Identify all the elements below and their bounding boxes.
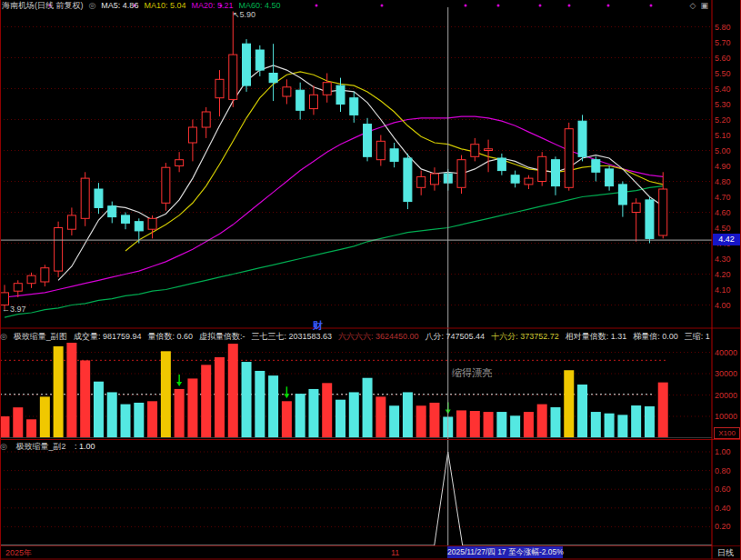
volume-bar[interactable] — [456, 410, 466, 437]
volume-bar[interactable] — [389, 405, 399, 437]
volume-bar[interactable] — [591, 412, 601, 437]
volume-bar[interactable] — [403, 392, 413, 437]
candlestick[interactable] — [108, 206, 116, 217]
volume-bar[interactable] — [295, 394, 305, 437]
axis-year-label[interactable]: 2025年 — [5, 547, 32, 558]
candlestick[interactable] — [95, 189, 103, 207]
candlestick[interactable] — [148, 218, 156, 229]
candlestick[interactable] — [55, 228, 63, 272]
volume-bar[interactable] — [510, 415, 520, 437]
candlestick[interactable] — [296, 90, 305, 110]
candlestick[interactable] — [578, 121, 586, 156]
volume-bar[interactable] — [631, 405, 641, 437]
indicator-settings-icon[interactable]: ◎ — [89, 0, 96, 11]
candlestick[interactable] — [606, 169, 614, 186]
volume-bar[interactable] — [66, 343, 76, 438]
candlestick[interactable] — [162, 167, 170, 203]
candlestick[interactable] — [417, 176, 426, 187]
axis-month-label[interactable]: 11 — [391, 547, 399, 558]
volume-bar[interactable] — [54, 346, 64, 438]
candlestick[interactable] — [336, 85, 345, 104]
period-label[interactable]: 日线 — [717, 547, 734, 558]
volume-bar[interactable] — [322, 383, 332, 437]
candlestick[interactable] — [457, 160, 466, 188]
candlestick[interactable] — [255, 50, 264, 70]
volume-bar[interactable] — [0, 416, 10, 438]
indicator-settings-icon[interactable]: ◎ — [0, 332, 7, 341]
candlestick[interactable] — [376, 141, 385, 159]
candlestick[interactable] — [1, 293, 9, 305]
candlestick[interactable] — [243, 44, 251, 85]
candlestick[interactable] — [592, 160, 600, 173]
volume-bar[interactable] — [40, 396, 50, 437]
candlestick[interactable] — [497, 158, 506, 171]
candlestick[interactable] — [471, 145, 479, 157]
candlestick[interactable] — [309, 95, 317, 108]
volume-bar[interactable] — [524, 412, 534, 437]
volume-bar[interactable] — [282, 401, 292, 437]
diamond-icon[interactable]: ◇ — [690, 0, 696, 11]
candlestick[interactable] — [364, 125, 372, 157]
candlestick[interactable] — [390, 149, 398, 162]
volume-bar[interactable] — [484, 412, 494, 437]
indicator-settings-icon[interactable]: ◎ — [0, 442, 7, 451]
volume-bar[interactable] — [416, 405, 426, 437]
volume-bar[interactable] — [147, 401, 157, 437]
candlestick[interactable] — [485, 149, 493, 151]
volume-bar[interactable] — [550, 407, 560, 437]
volume-bar[interactable] — [658, 383, 668, 438]
volume-bar[interactable] — [187, 378, 197, 437]
candlestick[interactable] — [229, 55, 237, 99]
volume-bar[interactable] — [26, 419, 36, 437]
candlestick[interactable] — [215, 79, 224, 97]
maximize-icon[interactable]: ▣ — [700, 0, 708, 11]
volume-bar[interactable] — [605, 414, 615, 438]
volume-bar[interactable] — [13, 407, 23, 437]
candlestick[interactable] — [565, 129, 573, 188]
candlestick[interactable] — [404, 158, 412, 202]
volume-bar[interactable] — [496, 412, 506, 437]
candlestick[interactable] — [430, 174, 438, 185]
candlestick[interactable] — [14, 284, 22, 292]
candlestick[interactable] — [323, 83, 331, 95]
candlestick[interactable] — [67, 215, 75, 229]
volume-bar[interactable] — [577, 385, 587, 438]
volume-bar[interactable] — [107, 392, 117, 437]
volume-bar[interactable] — [363, 378, 373, 438]
volume-bar[interactable] — [242, 362, 252, 437]
volume-bar[interactable] — [429, 403, 439, 438]
volume-bar[interactable] — [134, 403, 144, 438]
candlestick[interactable] — [646, 200, 654, 239]
volume-bar[interactable] — [308, 389, 318, 438]
volume-bar[interactable] — [94, 382, 104, 438]
candlestick[interactable] — [122, 215, 130, 224]
candlestick[interactable] — [202, 112, 210, 127]
candlestick[interactable] — [618, 185, 626, 205]
volume-bar[interactable] — [349, 392, 359, 437]
volume-bar[interactable] — [537, 405, 547, 438]
candlestick[interactable] — [135, 222, 143, 231]
volume-bar[interactable] — [564, 370, 574, 437]
candlestick[interactable] — [525, 178, 533, 185]
candlestick[interactable] — [269, 74, 277, 83]
volume-bar[interactable] — [268, 375, 278, 437]
volume-bar[interactable] — [255, 371, 265, 438]
volume-bar[interactable] — [161, 351, 171, 437]
volume-bar[interactable] — [335, 400, 345, 438]
volume-bar[interactable] — [470, 411, 480, 437]
volume-bar[interactable] — [645, 406, 655, 438]
candlestick[interactable] — [632, 203, 640, 212]
candlestick[interactable] — [27, 275, 35, 284]
candlestick[interactable] — [551, 160, 559, 186]
candlestick[interactable] — [41, 268, 49, 282]
volume-bar[interactable] — [215, 357, 225, 438]
volume-bar[interactable] — [175, 389, 185, 438]
volume-bar[interactable] — [201, 365, 211, 437]
candlestick[interactable] — [350, 98, 358, 115]
candlestick[interactable] — [188, 127, 196, 143]
candlestick[interactable] — [283, 87, 291, 96]
candlestick[interactable] — [81, 178, 89, 218]
volume-bar[interactable] — [228, 344, 238, 437]
volume-bar[interactable] — [80, 360, 90, 437]
chart-canvas[interactable] — [0, 0, 741, 560]
